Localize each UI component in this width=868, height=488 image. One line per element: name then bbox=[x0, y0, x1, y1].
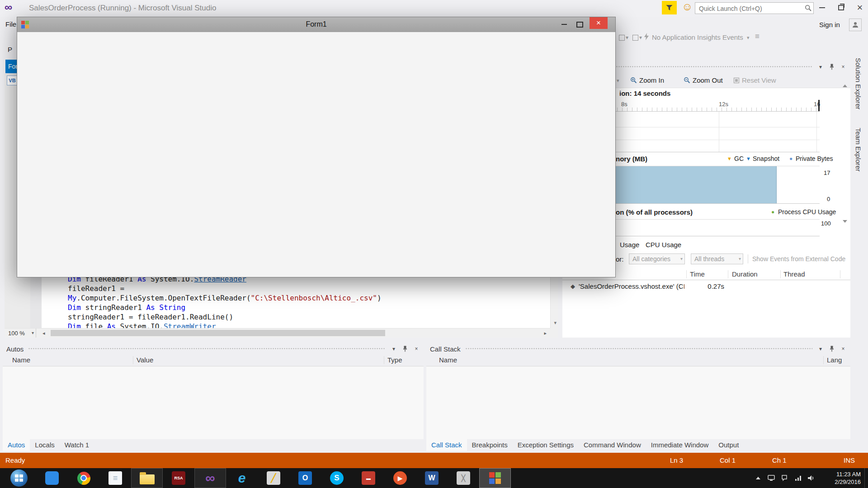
zoom-in-button[interactable]: Zoom In bbox=[630, 76, 664, 84]
close-icon[interactable]: × bbox=[413, 345, 420, 352]
column-header-value[interactable]: Value bbox=[137, 356, 153, 364]
show-external-events-option[interactable]: Show Events from External Code bbox=[752, 255, 845, 263]
filter-threads-dropdown[interactable]: All threads ▾ bbox=[691, 253, 743, 264]
window-position-icon[interactable]: ▾ bbox=[817, 63, 824, 70]
tab-call-stack[interactable]: Call Stack bbox=[426, 439, 467, 451]
form1-titlebar[interactable]: Form1 × bbox=[17, 17, 615, 32]
setup-wizard-icon[interactable]: ╱ bbox=[258, 468, 289, 488]
tab-locals[interactable]: Locals bbox=[30, 439, 59, 451]
outlook-icon[interactable]: O bbox=[289, 468, 321, 488]
config-tool-icon[interactable]: ╳ bbox=[448, 468, 479, 488]
zoom-out-button[interactable]: Zoom Out bbox=[684, 76, 723, 84]
chevron-down-icon[interactable]: ▾ bbox=[747, 35, 750, 41]
filter-categories-dropdown[interactable]: All categories ▾ bbox=[629, 253, 685, 264]
sign-in-link[interactable]: Sign in bbox=[819, 21, 840, 28]
reset-view-button[interactable]: Reset View bbox=[733, 76, 776, 84]
quick-launch-input[interactable] bbox=[698, 4, 802, 14]
start-button[interactable] bbox=[2, 468, 36, 488]
scroll-right-arrow-icon[interactable]: ▸ bbox=[544, 330, 547, 336]
column-header-time[interactable]: Time bbox=[690, 270, 705, 278]
code-line[interactable]: My.Computer.FileSystem.OpenTextFileReade… bbox=[68, 293, 382, 303]
tab-immediate-window[interactable]: Immediate Window bbox=[646, 439, 714, 451]
show-desktop-button[interactable] bbox=[864, 468, 868, 488]
timeline-cursor[interactable] bbox=[818, 100, 820, 111]
media-player-icon[interactable]: ▶ bbox=[384, 468, 416, 488]
column-header-type[interactable]: Type bbox=[387, 356, 402, 364]
editor-horizontal-scrollbar[interactable]: 100 % ▾ ◂ ▸ bbox=[5, 328, 550, 338]
form-close-button[interactable]: × bbox=[590, 17, 608, 29]
close-button[interactable]: × bbox=[851, 0, 868, 15]
window-position-icon[interactable]: ▾ bbox=[390, 345, 397, 352]
scroll-left-arrow-icon[interactable]: ◂ bbox=[42, 330, 45, 336]
tab-output[interactable]: Output bbox=[713, 439, 744, 451]
search-icon[interactable] bbox=[805, 5, 811, 11]
column-header-duration[interactable]: Duration bbox=[732, 270, 758, 278]
feedback-smiley-icon[interactable]: ☺ bbox=[682, 0, 693, 13]
toolbox-icon[interactable]: ▬ bbox=[353, 468, 384, 488]
window-position-icon[interactable]: ▾ bbox=[817, 345, 824, 352]
column-header-name[interactable]: Name bbox=[12, 356, 30, 364]
messenger-icon[interactable] bbox=[36, 468, 68, 488]
minimize-button[interactable] bbox=[813, 0, 831, 15]
tray-network-icon[interactable] bbox=[795, 475, 802, 481]
tray-monitor-icon[interactable] bbox=[768, 475, 775, 481]
file-explorer-icon[interactable] bbox=[131, 468, 163, 488]
tab-autos[interactable]: Autos bbox=[3, 439, 30, 451]
scrollbar-thumb[interactable] bbox=[51, 330, 385, 336]
code-line[interactable]: Dim stringReader1 As String bbox=[68, 303, 382, 312]
autos-content[interactable] bbox=[3, 366, 424, 439]
word-icon[interactable]: W bbox=[416, 468, 448, 488]
event-table-row[interactable]: ◆ 'SalesOrderProcess.vshost.exe' (CLR...… bbox=[562, 282, 850, 292]
toolbar-stub-icon-2[interactable]: ▾ bbox=[632, 34, 642, 41]
pin-icon[interactable] bbox=[401, 345, 409, 352]
form1-client-area[interactable] bbox=[17, 32, 615, 277]
tab-breakpoints[interactable]: Breakpoints bbox=[467, 439, 513, 451]
editor-zoom-select[interactable]: 100 % ▾ bbox=[5, 328, 36, 338]
summary-tab-cpu-usage[interactable]: CPU Usage bbox=[646, 241, 681, 249]
tray-expand-icon[interactable] bbox=[756, 477, 760, 479]
panel-scroll-up-icon[interactable] bbox=[843, 84, 847, 87]
tab-watch-1[interactable]: Watch 1 bbox=[60, 439, 94, 451]
feedback-filter-icon[interactable] bbox=[662, 1, 677, 14]
quick-launch-box[interactable] bbox=[695, 2, 814, 14]
call-stack-content[interactable] bbox=[426, 366, 850, 439]
taskbar-clock[interactable]: 11:23 AM 2/29/2016 bbox=[835, 470, 861, 486]
restore-button[interactable] bbox=[832, 0, 850, 15]
toolbar-stub-icon[interactable]: ▾ bbox=[619, 34, 628, 41]
notepad-icon[interactable]: ≡ bbox=[99, 468, 131, 488]
tab-team-explorer[interactable]: Team Explorer bbox=[854, 128, 862, 172]
panel-scroll-down-icon[interactable] bbox=[843, 220, 847, 223]
code-lines[interactable]: Dim fileReader1 As System.IO.StreamReade… bbox=[68, 274, 382, 331]
summary-tab-memory-usage[interactable]: Usage bbox=[620, 241, 639, 249]
list-icon[interactable]: ≡ bbox=[755, 32, 760, 41]
form1-window[interactable]: Form1 × bbox=[17, 17, 616, 277]
code-line[interactable]: stringReader1 = fileReader1.ReadLine() bbox=[68, 312, 382, 322]
tray-volume-icon[interactable] bbox=[807, 475, 815, 481]
scroll-down-arrow-icon[interactable]: ▾ bbox=[554, 320, 557, 326]
menu-file[interactable]: File bbox=[5, 20, 16, 28]
document-tab-form1[interactable]: For bbox=[5, 60, 17, 73]
visual-studio-icon[interactable]: ∞ bbox=[194, 468, 226, 488]
call-stack-panel-header[interactable]: Call Stack ▾ × bbox=[426, 343, 850, 355]
column-header-lang[interactable]: Lang bbox=[827, 356, 842, 364]
tab-solution-explorer[interactable]: Solution Explorer bbox=[854, 58, 862, 109]
close-icon[interactable]: × bbox=[840, 345, 847, 352]
close-icon[interactable]: × bbox=[840, 63, 847, 70]
tab-exception-settings[interactable]: Exception Settings bbox=[513, 439, 579, 451]
app-insights-status[interactable]: No Application Insights Events bbox=[652, 33, 743, 41]
column-header-thread[interactable]: Thread bbox=[783, 270, 805, 278]
tab-command-window[interactable]: Command Window bbox=[579, 439, 646, 451]
tray-action-center-icon[interactable] bbox=[781, 475, 788, 481]
code-line[interactable]: fileReader1 = bbox=[68, 284, 382, 293]
column-header-name[interactable]: Name bbox=[439, 356, 457, 364]
user-avatar-icon[interactable] bbox=[849, 19, 862, 31]
autos-panel-header[interactable]: Autos ▾ × bbox=[3, 343, 424, 355]
form1-app-icon[interactable] bbox=[479, 468, 511, 488]
internet-explorer-icon[interactable]: e bbox=[226, 468, 258, 488]
chrome-icon[interactable] bbox=[68, 468, 99, 488]
pin-icon[interactable] bbox=[828, 63, 835, 70]
form-maximize-button[interactable] bbox=[572, 18, 587, 31]
form-minimize-button[interactable] bbox=[557, 18, 571, 31]
skype-icon[interactable]: S bbox=[321, 468, 353, 488]
pin-icon[interactable] bbox=[828, 345, 835, 352]
